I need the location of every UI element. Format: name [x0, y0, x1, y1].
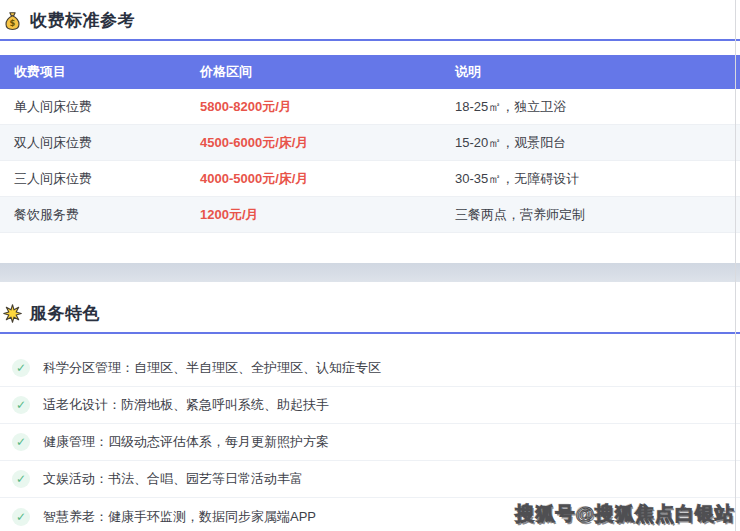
feature-text: 健康管理：四级动态评估体系，每月更新照护方案 — [43, 433, 329, 451]
features-section-header: 服务特色 — [0, 298, 740, 334]
check-icon: ✓ — [12, 359, 30, 377]
section-divider-band — [0, 263, 740, 282]
sparkle-star-icon — [2, 303, 23, 324]
price-cell: 4500-6000元/床/月 — [190, 134, 445, 152]
table-row: 双人间床位费 4500-6000元/床/月 15-20㎡，观景阳台 — [0, 125, 740, 161]
check-icon: ✓ — [12, 396, 30, 414]
svg-text:$: $ — [10, 18, 16, 28]
note-cell: 30-35㎡，无障碍设计 — [445, 170, 740, 188]
table-row: 三人间床位费 4000-5000元/床/月 30-35㎡，无障碍设计 — [0, 161, 740, 197]
fee-item-cell: 双人间床位费 — [0, 134, 190, 152]
fee-table-header-note: 说明 — [445, 63, 740, 81]
table-row: 餐饮服务费 1200元/月 三餐两点，营养师定制 — [0, 197, 740, 233]
list-item: ✓ 科学分区管理：自理区、半自理区、全护理区、认知症专区 — [0, 350, 740, 387]
feature-text: 适老化设计：防滑地板、紧急呼叫系统、助起扶手 — [43, 396, 329, 414]
features-section-title: 服务特色 — [30, 302, 100, 325]
price-cell: 5800-8200元/月 — [190, 98, 445, 116]
feature-text: 科学分区管理：自理区、半自理区、全护理区、认知症专区 — [43, 359, 381, 377]
fee-item-cell: 三人间床位费 — [0, 170, 190, 188]
table-row: 单人间床位费 5800-8200元/月 18-25㎡，独立卫浴 — [0, 89, 740, 125]
list-item: ✓ 文娱活动：书法、合唱、园艺等日常活动丰富 — [0, 461, 740, 498]
fee-item-cell: 餐饮服务费 — [0, 206, 190, 224]
note-cell: 三餐两点，营养师定制 — [445, 206, 740, 224]
fee-item-cell: 单人间床位费 — [0, 98, 190, 116]
money-bag-icon: $ — [2, 10, 23, 31]
fees-section-title: 收费标准参考 — [30, 9, 135, 32]
price-cell: 1200元/月 — [190, 206, 445, 224]
fee-table-header-row: 收费项目 价格区间 说明 — [0, 55, 740, 89]
check-icon: ✓ — [12, 508, 30, 526]
fee-table-header-item: 收费项目 — [0, 63, 190, 81]
price-cell: 4000-5000元/床/月 — [190, 170, 445, 188]
fees-section-header: $ 收费标准参考 — [0, 0, 740, 41]
list-item: ✓ 适老化设计：防滑地板、紧急呼叫系统、助起扶手 — [0, 387, 740, 424]
list-item: ✓ 健康管理：四级动态评估体系，每月更新照护方案 — [0, 424, 740, 461]
note-cell: 15-20㎡，观景阳台 — [445, 134, 740, 152]
feature-text: 文娱活动：书法、合唱、园艺等日常活动丰富 — [43, 470, 303, 488]
page-right-border — [735, 0, 736, 531]
check-icon: ✓ — [12, 470, 30, 488]
check-icon: ✓ — [12, 433, 30, 451]
feature-text: 智慧养老：健康手环监测，数据同步家属端APP — [43, 508, 316, 526]
note-cell: 18-25㎡，独立卫浴 — [445, 98, 740, 116]
fee-table-header-price: 价格区间 — [190, 63, 445, 81]
sohu-watermark: 搜狐号@搜狐焦点白银站 — [515, 501, 735, 527]
fee-table: 收费项目 价格区间 说明 单人间床位费 5800-8200元/月 18-25㎡，… — [0, 55, 740, 233]
article-page: $ 收费标准参考 收费项目 价格区间 说明 单人间床位费 5800-8200元/… — [0, 0, 740, 531]
